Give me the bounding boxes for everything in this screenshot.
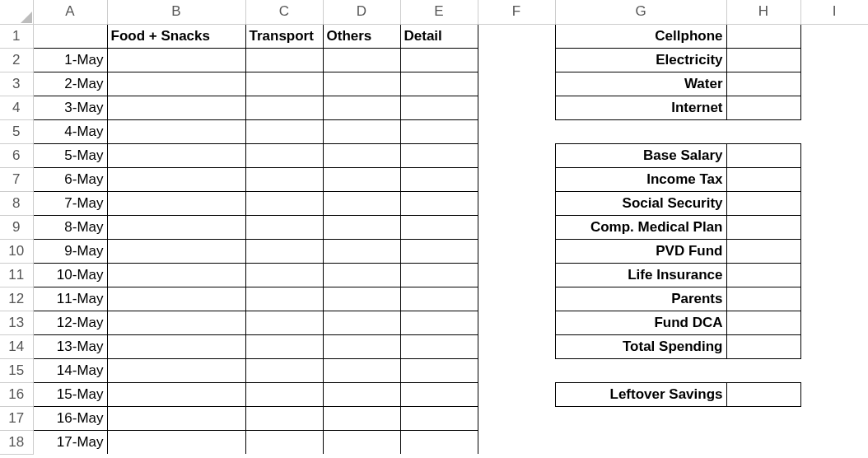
cell-E12[interactable] <box>400 287 478 311</box>
cell-C11[interactable] <box>245 263 323 287</box>
cell-A1[interactable] <box>33 24 107 48</box>
row-header-15[interactable]: 15 <box>0 358 33 382</box>
cell-D5[interactable] <box>323 119 400 143</box>
cell-I5[interactable] <box>800 119 868 143</box>
cell-B5[interactable] <box>107 119 245 143</box>
cell-G10[interactable]: PVD Fund <box>555 239 726 263</box>
cell-C10[interactable] <box>245 239 323 263</box>
cell-C13[interactable] <box>245 311 323 334</box>
cell-A12[interactable]: 11-May <box>33 287 107 311</box>
cell-F3[interactable] <box>478 72 555 96</box>
cell-B18[interactable] <box>107 430 245 454</box>
cell-C6[interactable] <box>245 143 323 167</box>
cell-D1[interactable]: Others <box>323 24 400 48</box>
cell-G17[interactable] <box>555 406 726 430</box>
cell-I12[interactable] <box>800 287 868 311</box>
cell-E15[interactable] <box>400 358 478 382</box>
cell-H18[interactable] <box>726 430 800 454</box>
cell-E13[interactable] <box>400 311 478 334</box>
cell-I13[interactable] <box>800 311 868 334</box>
cell-E1[interactable]: Detail <box>400 24 478 48</box>
cell-C15[interactable] <box>245 358 323 382</box>
cell-H10[interactable] <box>726 239 800 263</box>
cell-H15[interactable] <box>726 358 800 382</box>
cell-F13[interactable] <box>478 311 555 334</box>
cell-B12[interactable] <box>107 287 245 311</box>
cell-E7[interactable] <box>400 167 478 191</box>
cell-H3[interactable] <box>726 72 800 96</box>
cell-D14[interactable] <box>323 334 400 358</box>
cell-D4[interactable] <box>323 96 400 119</box>
cell-C14[interactable] <box>245 334 323 358</box>
cell-G5[interactable] <box>555 119 726 143</box>
row-header-2[interactable]: 2 <box>0 48 33 72</box>
cell-C8[interactable] <box>245 191 323 215</box>
cell-C16[interactable] <box>245 382 323 406</box>
cell-G9[interactable]: Comp. Medical Plan <box>555 215 726 239</box>
cell-G3[interactable]: Water <box>555 72 726 96</box>
cell-C9[interactable] <box>245 215 323 239</box>
cell-I17[interactable] <box>800 406 868 430</box>
cell-E4[interactable] <box>400 96 478 119</box>
row-header-12[interactable]: 12 <box>0 287 33 311</box>
cell-G11[interactable]: Life Insurance <box>555 263 726 287</box>
row-header-10[interactable]: 10 <box>0 239 33 263</box>
cell-E10[interactable] <box>400 239 478 263</box>
cell-E5[interactable] <box>400 119 478 143</box>
row-header-16[interactable]: 16 <box>0 382 33 406</box>
cell-I15[interactable] <box>800 358 868 382</box>
row-header-5[interactable]: 5 <box>0 119 33 143</box>
cell-G16[interactable]: Leftover Savings <box>555 382 726 406</box>
col-header-B[interactable]: B <box>107 0 245 24</box>
cell-B13[interactable] <box>107 311 245 334</box>
cell-F10[interactable] <box>478 239 555 263</box>
cell-I10[interactable] <box>800 239 868 263</box>
cell-G12[interactable]: Parents <box>555 287 726 311</box>
cell-I16[interactable] <box>800 382 868 406</box>
col-header-H[interactable]: H <box>726 0 800 24</box>
cell-F15[interactable] <box>478 358 555 382</box>
cell-B1[interactable]: Food + Snacks <box>107 24 245 48</box>
cell-C18[interactable] <box>245 430 323 454</box>
cell-A8[interactable]: 7-May <box>33 191 107 215</box>
cell-G4[interactable]: Internet <box>555 96 726 119</box>
cell-A14[interactable]: 13-May <box>33 334 107 358</box>
cell-F5[interactable] <box>478 119 555 143</box>
cell-B7[interactable] <box>107 167 245 191</box>
cell-E17[interactable] <box>400 406 478 430</box>
cell-I11[interactable] <box>800 263 868 287</box>
cell-D15[interactable] <box>323 358 400 382</box>
cell-B10[interactable] <box>107 239 245 263</box>
cell-C1[interactable]: Transport <box>245 24 323 48</box>
cell-E2[interactable] <box>400 48 478 72</box>
col-header-E[interactable]: E <box>400 0 478 24</box>
cell-H5[interactable] <box>726 119 800 143</box>
cell-G2[interactable]: Electricity <box>555 48 726 72</box>
cell-B8[interactable] <box>107 191 245 215</box>
cell-A16[interactable]: 15-May <box>33 382 107 406</box>
cell-D13[interactable] <box>323 311 400 334</box>
cell-F8[interactable] <box>478 191 555 215</box>
cell-I6[interactable] <box>800 143 868 167</box>
cell-I18[interactable] <box>800 430 868 454</box>
cell-E18[interactable] <box>400 430 478 454</box>
col-header-D[interactable]: D <box>323 0 400 24</box>
cell-D6[interactable] <box>323 143 400 167</box>
col-header-F[interactable]: F <box>478 0 555 24</box>
cell-I8[interactable] <box>800 191 868 215</box>
cell-A4[interactable]: 3-May <box>33 96 107 119</box>
cell-H2[interactable] <box>726 48 800 72</box>
cell-B2[interactable] <box>107 48 245 72</box>
cell-I7[interactable] <box>800 167 868 191</box>
cell-B14[interactable] <box>107 334 245 358</box>
cell-F7[interactable] <box>478 167 555 191</box>
cell-B16[interactable] <box>107 382 245 406</box>
cell-E14[interactable] <box>400 334 478 358</box>
cell-E6[interactable] <box>400 143 478 167</box>
cell-A13[interactable]: 12-May <box>33 311 107 334</box>
row-header-1[interactable]: 1 <box>0 24 33 48</box>
cell-H17[interactable] <box>726 406 800 430</box>
cell-F18[interactable] <box>478 430 555 454</box>
cell-D16[interactable] <box>323 382 400 406</box>
cell-G8[interactable]: Social Security <box>555 191 726 215</box>
